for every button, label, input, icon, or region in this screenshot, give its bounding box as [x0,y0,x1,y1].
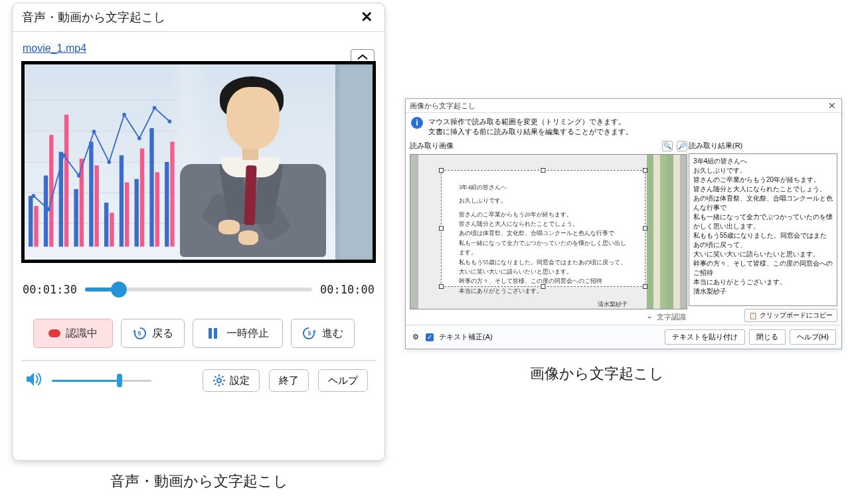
svg-text:5: 5 [307,330,311,337]
settings-button[interactable]: 設定 [203,369,260,392]
svg-point-29 [92,129,96,133]
time-current: 00:01:30 [23,283,77,296]
crop-handle[interactable] [643,226,647,231]
record-icon [48,329,60,337]
svg-rect-6 [44,175,48,246]
recognizing-label: 認識中 [66,327,98,341]
svg-rect-12 [135,179,139,246]
svg-rect-9 [89,141,93,246]
gear-icon [212,374,226,387]
svg-rect-15 [34,206,38,246]
recognizing-button[interactable]: 認識中 [33,319,113,348]
svg-point-33 [153,106,157,110]
skip-forward-label: 進む [322,327,343,341]
svg-rect-20 [110,212,114,246]
result-section-label: 読み取り結果(R) [689,141,742,151]
settings-label: 設定 [230,375,250,387]
svg-rect-11 [120,155,124,247]
svg-rect-21 [125,183,129,247]
svg-rect-19 [94,165,98,246]
skip-forward-button[interactable]: 5 進む [291,319,355,348]
zoom-in-button[interactable]: 🔍 [662,141,673,151]
svg-point-28 [77,173,81,177]
seek-slider[interactable] [85,288,312,292]
svg-rect-8 [74,189,78,247]
volume-slider[interactable] [52,380,151,382]
presenter-figure [171,64,373,260]
svg-line-44 [215,383,216,384]
gear-icon[interactable]: ⚙ [411,333,420,342]
svg-line-43 [222,383,223,384]
help-button[interactable]: ヘルプ [318,369,368,392]
info-icon: i [411,117,423,129]
ocr-titlebar: 画像から文字起こし ✕ [406,99,841,113]
svg-rect-14 [165,162,169,246]
svg-point-31 [122,113,126,117]
svg-rect-13 [149,128,153,246]
paste-text-button[interactable]: テキストを貼り付け [665,329,745,345]
skip-back-button[interactable]: 5 戻る [121,319,185,348]
image-ocr-dialog: 画像から文字起こし ✕ i マウス操作で読み取る範囲を変更（トリミング）できます… [405,98,842,349]
svg-point-26 [46,207,50,211]
svg-rect-10 [104,203,108,246]
close-icon[interactable]: ✕ [825,100,839,111]
text-correction-checkbox[interactable]: ✓ [426,333,434,341]
audio-video-transcription-panel: 音声・動画から文字起こし ✕ movie_1.mp4 [12,3,385,461]
close-icon[interactable]: ✕ [358,9,375,26]
svg-rect-17 [64,115,68,247]
skip-forward-icon: 5 [302,326,317,341]
source-file-link[interactable]: movie_1.mp4 [23,42,375,54]
svg-line-42 [215,377,216,378]
volume-icon[interactable] [25,371,45,390]
time-total: 00:10:00 [320,283,375,296]
svg-point-25 [32,194,36,198]
close-button[interactable]: 閉じる [749,329,786,345]
svg-point-37 [217,378,221,382]
ocr-engine-label: 文字認識 [657,312,686,322]
svg-rect-5 [29,196,33,246]
caption-audio-video: 音声・動画から文字起こし [110,471,288,491]
av-title: 音声・動画から文字起こし [22,9,165,25]
av-titlebar: 音声・動画から文字起こし ✕ [13,3,384,32]
ocr-info-banner: i マウス操作で読み取る範囲を変更（トリミング）できます。 文書に挿入する前に読… [406,113,841,139]
svg-rect-22 [140,149,144,247]
help-button[interactable]: ヘルプ(H) [790,329,836,345]
svg-line-45 [222,377,223,378]
svg-point-32 [137,136,141,140]
crop-selection[interactable]: 3年4組の皆さんへ お久しぶりです。 皆さんのご卒業からもう20年が経ちます。 … [441,170,645,288]
svg-text:5: 5 [137,330,141,337]
skip-back-icon: 5 [132,326,147,341]
ocr-title: 画像から文字起こし [410,101,475,111]
zoom-out-button[interactable]: 🔎 [677,141,687,151]
clipboard-icon: 📋 [749,312,757,319]
pause-label: 一時停止 [226,327,269,341]
scan-section-label: 読み取り画像 [410,141,454,151]
svg-point-30 [107,160,111,164]
pause-icon [207,326,221,341]
skip-back-label: 戻る [152,327,173,341]
crop-handle[interactable] [439,226,444,231]
exit-button[interactable]: 終了 [269,369,309,392]
svg-rect-23 [155,172,159,246]
svg-point-27 [62,153,66,157]
crop-handle[interactable] [439,284,444,289]
pause-button[interactable]: 一時停止 [193,319,283,348]
zoom-out-icon: 🔎 [678,142,686,149]
ocr-result-textarea[interactable]: 3年4組の皆さんへ お久しぶりです。 皆さんのご卒業からもう20年が経ちます。 … [689,153,837,306]
ocr-engine-icon: ⌁ [645,313,654,322]
crop-handle[interactable] [643,284,647,289]
copy-clipboard-button[interactable]: 📋 クリップボードにコピー [744,309,837,322]
video-preview[interactable] [21,61,376,263]
ocr-info-line1: マウス操作で読み取る範囲を変更（トリミング）できます。 [428,117,633,127]
crop-handle[interactable] [643,168,647,173]
scan-image-canvas[interactable]: 3年4組の皆さんへ お久しぶりです。 皆さんのご卒業からもう20年が経ちます。 … [410,154,687,309]
crop-handle[interactable] [541,168,545,173]
svg-rect-16 [49,135,53,246]
zoom-in-icon: 🔍 [663,142,671,149]
projected-chart [25,64,181,260]
text-correction-label: テキスト補正(A) [439,332,493,342]
crop-handle[interactable] [439,168,444,173]
crop-handle[interactable] [541,284,545,289]
caption-image-ocr: 画像から文字起こし [530,364,664,384]
ocr-info-line2: 文書に挿入する前に読み取り結果を編集することができます。 [428,127,633,137]
